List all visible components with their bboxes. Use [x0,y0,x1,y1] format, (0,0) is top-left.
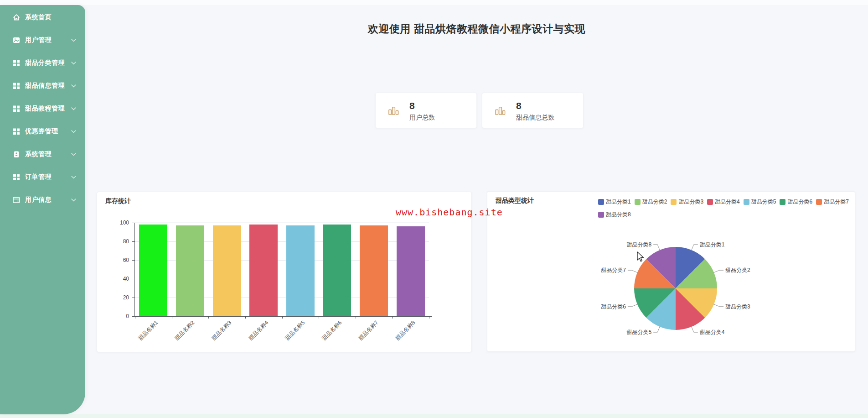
pie-slice-甜品分类7 [634,259,676,288]
legend-swatch [598,199,604,205]
chevron-down-icon [71,153,76,156]
pie-label-line [653,326,660,332]
pie-slice-label: 甜品分类5 [627,329,652,335]
y-tick-label: 80 [123,239,129,244]
legend-label: 甜品分类2 [642,198,667,206]
chevron-down-icon [71,107,76,110]
pie-slice-甜品分类4 [676,288,705,330]
stat-text: 8 用户总数 [409,101,435,120]
sidebar-item-dessert-category[interactable]: 甜品分类管理 [0,52,85,74]
legend-item-甜品分类3[interactable]: 甜品分类3 [671,198,703,206]
legend-swatch [816,199,822,205]
x-tick-label: 甜品名称4 [247,319,270,342]
legend-swatch [671,199,677,205]
sidebar-item-coupon[interactable]: 优惠券管理 [0,120,85,143]
sidebar-item-label: 甜品教程管理 [25,104,65,113]
bar-chart-icon [494,104,506,117]
legend-item-甜品分类6[interactable]: 甜品分类6 [780,198,812,206]
sidebar: 系统首页 用户管理 甜品分类管理 甜品信息管理 [0,5,85,414]
y-tick-label: 0 [126,314,129,319]
sidebar-item-user-info[interactable]: 用户信息 [0,188,85,211]
legend-item-甜品分类1[interactable]: 甜品分类1 [598,198,631,206]
bar-chart-title: 库存统计 [105,197,131,205]
bar-甜品名称7 [360,225,388,316]
chevron-down-icon [71,39,76,42]
bar-甜品名称5 [286,225,315,316]
sidebar-item-system-management[interactable]: 系统管理 [0,143,85,166]
page-title: 欢迎使用 甜品烘焙教程微信小程序设计与实现 [85,22,868,36]
x-tick-label: 甜品名称3 [210,319,233,342]
bar-甜品名称3 [213,225,241,316]
top-strip [0,0,868,5]
sidebar-item-user-management[interactable]: 用户管理 [0,29,85,52]
sidebar-item-label: 优惠券管理 [25,127,58,136]
sidebar-item-label: 用户信息 [25,196,52,204]
x-tick-label: 甜品名称1 [137,319,160,342]
bar-甜品名称4 [249,225,278,316]
bar-甜品名称8 [397,226,425,316]
pie-label-line [713,304,723,306]
pie-chart-title: 甜品类型统计 [496,197,534,205]
grid-icon [12,104,21,113]
legend-label: 甜品分类5 [751,198,776,206]
x-tick [429,316,429,319]
bar-chart-icon [388,104,400,117]
x-tick [135,316,135,319]
x-tick [319,316,319,319]
pie-slice-甜品分类3 [676,288,717,318]
legend-swatch [744,199,749,205]
x-tick [356,316,356,319]
pie-label-line [628,270,638,272]
chevron-down-icon [71,176,76,179]
sidebar-menu: 系统首页 用户管理 甜品分类管理 甜品信息管理 [0,5,85,211]
x-tick [208,316,209,319]
legend-label: 甜品分类3 [678,198,703,206]
legend-item-甜品分类7[interactable]: 甜品分类7 [816,198,849,206]
x-tick-label: 甜品名称5 [284,319,307,342]
pie-slice-label: 甜品分类6 [601,303,626,310]
pie-slice-甜品分类6 [634,288,676,318]
legend-label: 甜品分类1 [606,198,631,206]
pie-label-line [628,304,638,306]
chevron-down-icon [71,62,76,65]
sidebar-item-label: 甜品信息管理 [25,82,65,90]
y-tick-label: 20 [123,295,129,300]
stat-value: 8 [516,101,554,110]
x-tick-label: 甜品名称2 [173,319,196,342]
chevron-down-icon [71,199,76,202]
sidebar-item-label: 系统首页 [25,13,52,21]
legend-item-甜品分类8[interactable]: 甜品分类8 [598,211,631,219]
x-tick-label: 甜品名称8 [394,319,417,342]
pie-slice-甜品分类8 [646,247,676,288]
user-icon [12,36,21,44]
grid-icon [12,59,21,67]
pie-slice-label: 甜品分类2 [725,267,750,273]
sidebar-item-dessert-info[interactable]: 甜品信息管理 [0,74,85,97]
sidebar-item-dessert-tutorial[interactable]: 甜品教程管理 [0,97,85,120]
x-axis-line [134,316,432,317]
legend-swatch [598,212,604,218]
gridline [135,223,429,223]
bar-甜品名称1 [139,225,167,316]
x-tick-label: 甜品名称7 [357,319,380,342]
legend-label: 甜品分类6 [787,198,812,206]
bar-y-axis-labels: 020406080100 [97,223,131,316]
sidebar-item-home[interactable]: 系统首页 [0,6,85,29]
sidebar-item-label: 甜品分类管理 [25,59,65,67]
grid-icon [12,173,21,181]
stat-text: 8 甜品信息总数 [516,101,554,120]
legend-item-甜品分类2[interactable]: 甜品分类2 [635,198,667,206]
chevron-down-icon [71,84,76,88]
legend-item-甜品分类4[interactable]: 甜品分类4 [707,198,740,206]
bar-甜品名称6 [323,225,351,316]
clipboard-icon [12,150,21,158]
pie-label-line [653,245,660,251]
x-tick [172,316,172,319]
legend-item-甜品分类5[interactable]: 甜品分类5 [744,198,776,206]
y-tick-label: 60 [123,257,129,263]
card-icon [12,196,21,204]
y-tick-label: 100 [120,220,129,225]
stat-card-dessert-total: 8 甜品信息总数 [482,93,584,128]
legend-swatch [635,199,641,205]
sidebar-item-order-management[interactable]: 订单管理 [0,166,85,188]
